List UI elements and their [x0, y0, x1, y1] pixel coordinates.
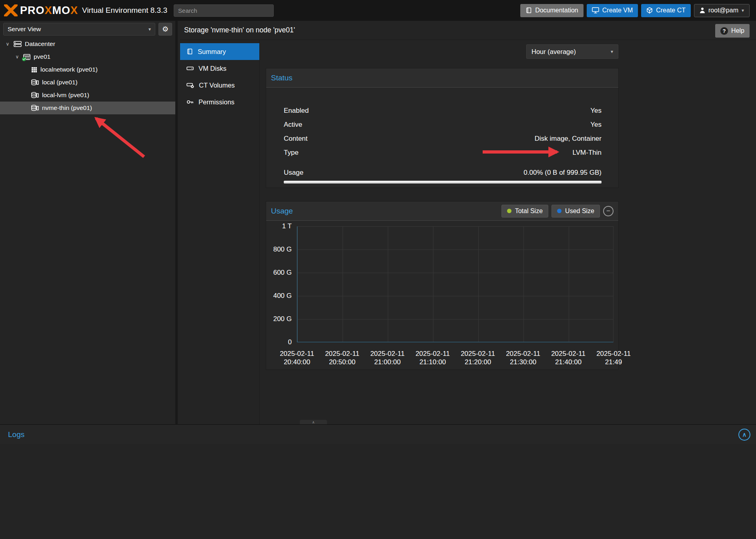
- top-bar: PROXMOX Virtual Environment 8.3.3 Docume…: [0, 0, 756, 21]
- chevron-up-icon: ∧: [742, 431, 747, 438]
- help-button[interactable]: ? Help: [715, 24, 750, 38]
- legend-total-size[interactable]: Total Size: [501, 205, 548, 218]
- tab-label: CT Volumes: [199, 82, 235, 89]
- tree-item-storage-local[interactable]: local (pve01): [0, 76, 175, 89]
- page-title: Storage 'nvme-thin' on node 'pve01': [180, 26, 295, 34]
- tree-item-node-pve01[interactable]: ∨ pve01: [0, 50, 175, 63]
- logs-splitter-handle[interactable]: ∧: [300, 420, 327, 424]
- disk-icon: [186, 65, 194, 72]
- status-panel-title: Status: [271, 74, 293, 82]
- storage-icon: [31, 92, 39, 98]
- view-selector[interactable]: Server View ▾: [3, 23, 155, 36]
- tab-ct-volumes[interactable]: CT Volumes: [180, 77, 259, 94]
- chevron-up-icon: ∧: [312, 421, 315, 424]
- create-ct-button[interactable]: Create CT: [641, 4, 691, 17]
- tab-label: VM Disks: [199, 65, 227, 72]
- chart-legend: Total Size Used Size −: [501, 205, 614, 218]
- create-ct-label: Create CT: [656, 7, 686, 14]
- x-tick: 2025-02-11 21:30:00: [500, 349, 546, 366]
- expand-caret-icon[interactable]: ∨: [14, 54, 20, 60]
- user-menu-button[interactable]: root@pam ▾: [694, 4, 750, 17]
- tree-item-localnetwork[interactable]: localnetwork (pve01): [0, 63, 175, 76]
- tree-item-storage-local-lvm[interactable]: local-lvm (pve01): [0, 89, 175, 102]
- status-label: Active: [284, 121, 302, 129]
- status-value: LVM-Thin: [573, 149, 602, 157]
- key-icon: [186, 99, 194, 105]
- datacenter-icon: [14, 41, 22, 47]
- y-tick: 1 T: [266, 222, 292, 230]
- status-value: Yes: [590, 107, 602, 115]
- y-tick: 0: [266, 338, 292, 346]
- tree-item-datacenter[interactable]: ∨ Datacenter: [0, 38, 175, 50]
- usage-panel-title: Usage: [271, 207, 293, 216]
- storage-icon: [31, 105, 39, 111]
- storage-icon: [31, 79, 39, 86]
- tab-summary[interactable]: Summary: [180, 43, 259, 60]
- logs-title: Logs: [0, 430, 24, 439]
- legend-used-size[interactable]: Used Size: [551, 205, 600, 218]
- y-tick: 800 G: [266, 246, 292, 254]
- logs-expand-button[interactable]: ∧: [738, 429, 750, 441]
- tree-item-label: Datacenter: [25, 40, 55, 48]
- minus-icon: −: [606, 208, 610, 214]
- node-icon: [23, 54, 30, 60]
- cube-icon: [646, 7, 653, 14]
- tab-permissions[interactable]: Permissions: [180, 94, 259, 110]
- x-tick: 2025-02-11 21:00:00: [365, 349, 410, 366]
- summary-content: Hour (average) ▾ Status Enabled Yes Acti…: [260, 40, 756, 424]
- create-vm-button[interactable]: Create VM: [587, 4, 638, 17]
- collapse-chart-button[interactable]: −: [603, 206, 614, 216]
- time-range-select[interactable]: Hour (average) ▾: [526, 44, 618, 59]
- storage-nav-panel: Summary VM Disks CT Volumes Permissions: [180, 40, 260, 424]
- user-label: root@pam: [708, 7, 738, 14]
- x-tick: 2025-02-11 20:50:00: [319, 349, 365, 366]
- y-axis-labels: 1 T 800 G 600 G 400 G 200 G 0: [266, 226, 292, 342]
- status-label: Type: [284, 149, 299, 157]
- version-subtitle: Virtual Environment 8.3.3: [82, 6, 167, 15]
- user-icon: [700, 8, 705, 13]
- documentation-label: Documentation: [535, 7, 578, 14]
- expand-caret-icon[interactable]: ∨: [5, 41, 10, 47]
- x-tick: 2025-02-11 21:20:00: [455, 349, 501, 366]
- status-row-type: Type LVM-Thin: [266, 146, 618, 160]
- tree-item-label: localnetwork (pve01): [40, 66, 98, 73]
- status-panel: Status Enabled Yes Active Yes Content Di…: [266, 68, 619, 188]
- chevron-down-icon: ▾: [148, 27, 151, 32]
- usage-progress-bar: [284, 181, 602, 184]
- tab-vm-disks[interactable]: VM Disks: [180, 60, 259, 77]
- status-value: Disk image, Container: [535, 135, 602, 143]
- proxmox-logo-icon: [4, 4, 18, 16]
- status-label: Enabled: [284, 107, 309, 115]
- help-label: Help: [731, 27, 744, 34]
- content-header: Storage 'nvme-thin' on node 'pve01' ? He…: [180, 21, 756, 40]
- status-label: Usage: [284, 169, 303, 177]
- tree-item-label: local (pve01): [42, 79, 78, 86]
- search-input[interactable]: [174, 4, 274, 17]
- x-tick: 2025-02-11 21:10:00: [410, 349, 455, 366]
- summary-book-icon: [186, 48, 193, 55]
- tree-item-label: local-lvm (pve01): [42, 92, 89, 99]
- legend-label: Used Size: [565, 208, 594, 215]
- gear-icon: ⚙: [162, 25, 168, 34]
- tab-label: Permissions: [199, 98, 235, 106]
- help-icon: ?: [720, 27, 728, 35]
- chevron-down-icon: ▾: [611, 49, 613, 54]
- chevron-down-icon: ▾: [742, 8, 744, 13]
- x-tick: 2025-02-11 21:40:00: [545, 349, 591, 366]
- status-row-enabled: Enabled Yes: [266, 104, 618, 118]
- volume-icon: [186, 82, 194, 88]
- proxmox-wordmark: PROXMOX: [20, 4, 78, 17]
- y-tick: 600 G: [266, 269, 292, 277]
- tree-item-label: nvme-thin (pve01): [42, 104, 92, 112]
- logs-panel-header[interactable]: Logs ∧: [0, 424, 756, 444]
- tree-settings-button[interactable]: ⚙: [158, 23, 172, 36]
- tree-item-storage-nvme-thin[interactable]: nvme-thin (pve01): [0, 102, 175, 114]
- view-selector-value: Server View: [8, 26, 41, 33]
- tab-label: Summary: [198, 48, 226, 56]
- y-tick: 400 G: [266, 292, 292, 300]
- monitor-icon: [592, 7, 599, 14]
- total-size-dot-icon: [507, 209, 511, 213]
- book-icon: [525, 7, 532, 14]
- documentation-button[interactable]: Documentation: [520, 4, 584, 17]
- legend-label: Total Size: [515, 208, 543, 215]
